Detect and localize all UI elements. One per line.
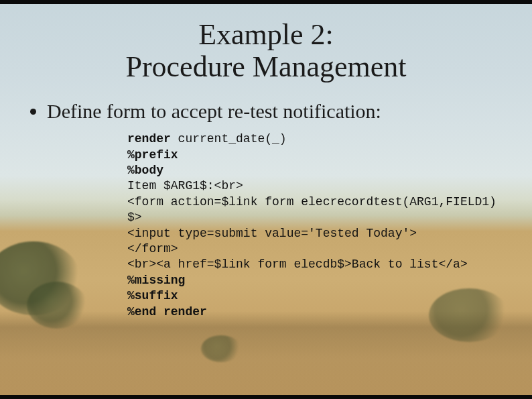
title-line-1: Example 2: [198,18,334,51]
title-line-2: Procedure Management [125,50,406,83]
code-text: <input type=submit value='Tested Today'> [127,227,417,240]
bullet-list: Define form to accept re-test notificati… [0,99,532,124]
slide-title: Example 2: Procedure Management [0,0,532,84]
code-keyword: %missing [127,274,185,287]
code-keyword: %prefix [127,148,178,162]
code-text: current_date(_) [171,132,287,146]
code-keyword: %end render [127,305,207,319]
code-block: render current_date(_) %prefix %body Ite… [0,131,503,320]
code-text: <br><a href=$link form elecdb$>Back to l… [127,258,468,271]
code-keyword: render [127,132,171,146]
slide-content: Example 2: Procedure Management Define f… [0,0,532,399]
code-text: <form action=$link form elecrecordtest(A… [127,195,504,224]
code-keyword: %suffix [127,289,178,302]
code-keyword: %body [127,164,163,177]
code-text: Item $ARG1$:<br> [127,179,243,192]
code-text: </form> [127,242,178,255]
bullet-item: Define form to accept re-test notificati… [47,99,532,124]
slide: Example 2: Procedure Management Define f… [0,0,532,399]
